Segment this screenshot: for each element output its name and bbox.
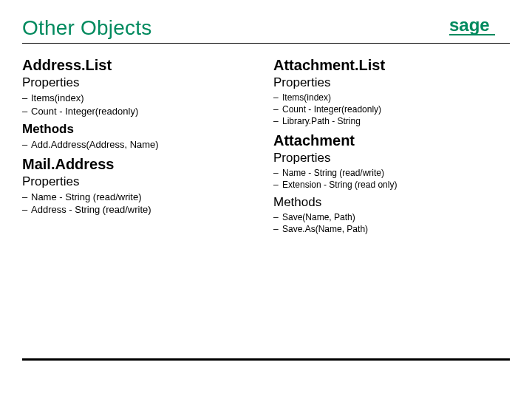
subsection-heading: Methods	[22, 122, 259, 137]
list-item: Add.Address(Address, Name)	[22, 138, 259, 151]
list-item: Address - String (read/write)	[22, 203, 259, 216]
subsection-heading: Properties	[22, 75, 259, 90]
title-underline	[22, 43, 510, 44]
slide: Other Objects sage Address.List Properti…	[0, 0, 532, 399]
content-columns: Address.List Properties Items(index) Cou…	[22, 54, 510, 239]
subsection-heading: Properties	[273, 75, 510, 90]
list-item: Items(index)	[22, 92, 259, 105]
property-list: Items(index) Count - Integer(readonly) L…	[273, 92, 510, 128]
list-item: Save(Name, Path)	[273, 211, 510, 223]
list-item: Count - Integer(readonly)	[22, 105, 259, 118]
property-list: Name - String (read/write) Address - Str…	[22, 191, 259, 216]
list-item: Library.Path - String	[273, 115, 510, 127]
property-list: Items(index) Count - Integer(readonly)	[22, 92, 259, 117]
subsection-heading: Properties	[273, 151, 510, 166]
method-list: Save(Name, Path) Save.As(Name, Path)	[273, 211, 510, 235]
section-heading: Attachment.List	[273, 57, 510, 74]
method-list: Add.Address(Address, Name)	[22, 138, 259, 151]
list-item: Save.As(Name, Path)	[273, 223, 510, 235]
section-heading: Address.List	[22, 57, 259, 74]
property-list: Name - String (read/write) Extension - S…	[273, 167, 510, 191]
list-item: Items(index)	[273, 92, 510, 103]
sage-wordmark: sage	[449, 15, 490, 35]
right-column: Attachment.List Properties Items(index) …	[273, 54, 510, 239]
page-title: Other Objects	[22, 16, 151, 40]
sage-logo: sage	[449, 15, 510, 40]
subsection-heading: Methods	[273, 195, 510, 210]
sage-logo-svg: sage	[449, 15, 510, 37]
subsection-heading: Properties	[22, 174, 259, 189]
section-heading: Mail.Address	[22, 156, 259, 173]
left-column: Address.List Properties Items(index) Cou…	[22, 54, 259, 239]
section-heading: Attachment	[273, 132, 510, 149]
footer-rule	[22, 358, 510, 361]
list-item: Count - Integer(readonly)	[273, 103, 510, 115]
header: Other Objects sage	[22, 13, 510, 40]
list-item: Extension - String (read only)	[273, 179, 510, 191]
list-item: Name - String (read/write)	[273, 167, 510, 179]
list-item: Name - String (read/write)	[22, 191, 259, 204]
